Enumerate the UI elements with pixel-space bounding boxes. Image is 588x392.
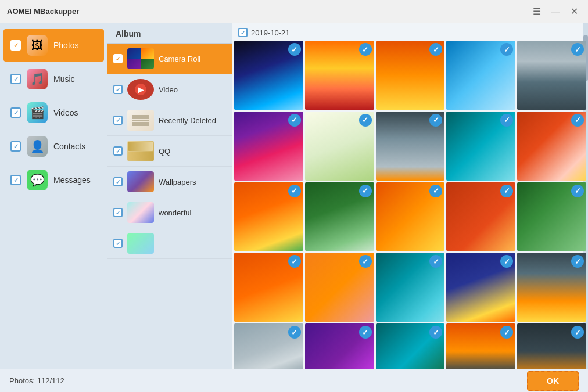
videos-icon: 🎬 [27, 102, 48, 123]
contacts-checkbox[interactable] [10, 141, 21, 152]
ok-button[interactable]: OK [527, 371, 579, 391]
album-item-wallpapers[interactable]: Wallpapers [107, 167, 232, 197]
photo-cell-21[interactable]: ✓ [234, 323, 303, 369]
photo-cell-3[interactable]: ✓ [376, 41, 445, 110]
qq-thumb [127, 141, 154, 161]
photo-cell-15[interactable]: ✓ [517, 182, 586, 251]
qq-checkbox[interactable] [113, 146, 123, 156]
photo-panel: 2019-10-21 ✓✓✓✓✓✓✓✓✓✓✓✓✓✓✓✓✓✓✓✓✓✓✓✓✓ [232, 23, 588, 369]
photo-cell-6[interactable]: ✓ [234, 112, 303, 181]
photo-check-6: ✓ [288, 114, 301, 127]
wonderful-checkbox[interactable] [113, 208, 123, 217]
music-checkbox[interactable] [10, 74, 21, 84]
app-title: AOMEI MBackupper [7, 7, 530, 16]
album-panel: Album Camera Roll ▶ Video [107, 23, 232, 369]
photo-cell-17[interactable]: ✓ [305, 253, 374, 322]
photo-cell-14[interactable]: ✓ [446, 182, 515, 251]
photo-check-5: ✓ [571, 43, 584, 56]
window-controls: ☰ — ✕ [530, 5, 581, 19]
wonderful-name: wonderful [159, 208, 191, 217]
album-panel-header: Album [107, 23, 232, 44]
photo-cell-4[interactable]: ✓ [446, 41, 515, 110]
photo-cell-19[interactable]: ✓ [446, 253, 515, 322]
photo-cell-7[interactable]: ✓ [305, 112, 374, 181]
photos-checkbox[interactable] [10, 40, 21, 51]
photo-cell-8[interactable]: ✓ [376, 112, 445, 181]
photo-cell-12[interactable]: ✓ [305, 182, 374, 251]
videos-label: Videos [53, 108, 78, 117]
photo-cell-11[interactable]: ✓ [234, 182, 303, 251]
photo-check-21: ✓ [288, 326, 301, 339]
album-item-camera-roll[interactable]: Camera Roll [107, 44, 232, 74]
photos-label: Photos [53, 41, 79, 50]
video-checkbox[interactable] [113, 85, 123, 94]
messages-label: Messages [53, 175, 91, 185]
photos-count: Photos: 112/112 [9, 376, 64, 385]
photo-check-11: ✓ [288, 185, 301, 197]
photo-check-15: ✓ [571, 185, 584, 197]
photo-check-22: ✓ [359, 326, 372, 339]
photo-cell-9[interactable]: ✓ [446, 112, 515, 181]
album-item-video[interactable]: ▶ Video [107, 74, 232, 105]
photo-cell-1[interactable]: ✓ [234, 41, 303, 110]
qq-name: QQ [159, 147, 170, 156]
close-button[interactable]: ✕ [567, 5, 581, 19]
album-item-extra[interactable] [107, 228, 232, 259]
main-container: 🖼 Photos 🎵 Music 🎬 Videos 👤 Contacts 💬 M… [0, 23, 588, 369]
list-icon[interactable]: ☰ [530, 5, 544, 19]
sidebar-item-messages[interactable]: 💬 Messages [3, 164, 104, 196]
wallpapers-thumb [127, 171, 154, 192]
camera-roll-name: Camera Roll [159, 55, 200, 63]
photo-check-9: ✓ [500, 114, 513, 127]
recently-deleted-name: Recently Deleted [159, 116, 216, 125]
sidebar: 🖼 Photos 🎵 Music 🎬 Videos 👤 Contacts 💬 M… [0, 23, 107, 369]
recently-deleted-thumb [127, 110, 154, 131]
wallpapers-checkbox[interactable] [113, 177, 123, 186]
extra-thumb [127, 233, 154, 254]
contacts-icon: 👤 [27, 136, 48, 157]
camera-roll-checkbox[interactable] [113, 54, 123, 63]
extra-checkbox[interactable] [113, 239, 123, 248]
photo-cell-23[interactable]: ✓ [376, 323, 445, 369]
photo-check-10: ✓ [571, 114, 584, 127]
minimize-button[interactable]: — [548, 5, 562, 19]
photo-cell-13[interactable]: ✓ [376, 182, 445, 251]
photo-cell-18[interactable]: ✓ [376, 253, 445, 322]
music-icon: 🎵 [27, 69, 48, 89]
video-thumb: ▶ [127, 79, 154, 100]
sidebar-item-music[interactable]: 🎵 Music [3, 63, 104, 95]
album-item-recently-deleted[interactable]: Recently Deleted [107, 105, 232, 136]
group-date-label: 2019-10-21 [251, 28, 290, 37]
photo-cell-24[interactable]: ✓ [446, 323, 515, 369]
photo-grid: ✓✓✓✓✓✓✓✓✓✓✓✓✓✓✓✓✓✓✓✓✓✓✓✓✓ [232, 41, 588, 369]
title-bar: AOMEI MBackupper ☰ — ✕ [0, 0, 588, 23]
group-date-checkbox[interactable] [238, 28, 248, 37]
sidebar-item-videos[interactable]: 🎬 Videos [3, 96, 104, 129]
photo-group-header: 2019-10-21 [232, 23, 588, 41]
videos-checkbox[interactable] [10, 107, 21, 118]
photo-cell-20[interactable]: ✓ [517, 253, 586, 322]
photo-check-17: ✓ [359, 255, 372, 268]
photo-check-12: ✓ [359, 185, 372, 197]
music-label: Music [53, 74, 75, 84]
camera-roll-thumb [127, 48, 154, 69]
photo-cell-22[interactable]: ✓ [305, 323, 374, 369]
sidebar-item-contacts[interactable]: 👤 Contacts [3, 130, 104, 163]
wallpapers-name: Wallpapers [159, 178, 196, 186]
messages-icon: 💬 [27, 170, 48, 190]
status-bar: Photos: 112/112 OK [0, 369, 588, 392]
photos-icon: 🖼 [27, 35, 48, 56]
messages-checkbox[interactable] [10, 175, 21, 185]
photo-check-14: ✓ [500, 185, 513, 197]
photo-check-1: ✓ [288, 43, 301, 56]
album-item-wonderful[interactable]: wonderful [107, 197, 232, 228]
photo-cell-5[interactable]: ✓ [517, 41, 586, 110]
photo-cell-25[interactable]: ✓ [517, 323, 586, 369]
photo-cell-16[interactable]: ✓ [234, 253, 303, 322]
photo-cell-2[interactable]: ✓ [305, 41, 374, 110]
album-item-qq[interactable]: QQ [107, 136, 232, 167]
recently-deleted-checkbox[interactable] [113, 116, 123, 125]
wonderful-thumb [127, 202, 154, 223]
photo-cell-10[interactable]: ✓ [517, 112, 586, 181]
sidebar-item-photos[interactable]: 🖼 Photos [3, 29, 104, 62]
